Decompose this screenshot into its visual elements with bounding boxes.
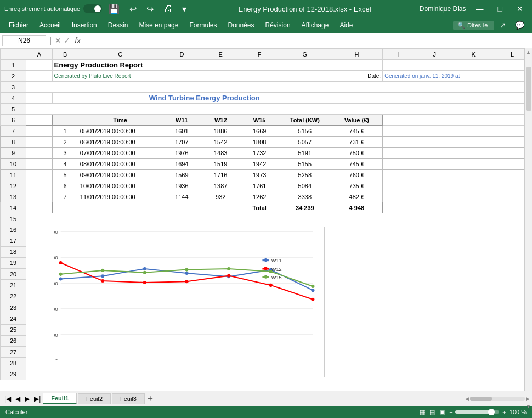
col-g[interactable]: G (279, 49, 331, 60)
cell-k7[interactable] (454, 126, 493, 137)
cell-c4[interactable]: Wind Turbine Energy Production (78, 93, 331, 104)
cell-d13[interactable]: 1144 (162, 191, 201, 202)
cell-g9[interactable]: 5191 (279, 148, 331, 159)
cell-a15[interactable] (26, 213, 524, 224)
cell-e9[interactable]: 1483 (201, 148, 240, 159)
cell-i14[interactable] (383, 202, 524, 213)
col-c[interactable]: C (78, 49, 162, 60)
cell-d6[interactable]: W11 (162, 115, 201, 126)
cell-b14[interactable] (52, 202, 78, 213)
cell-l7[interactable] (493, 126, 525, 137)
cell-f11[interactable]: 1973 (240, 170, 279, 180)
cell-b13[interactable]: 7 (52, 191, 78, 202)
cell-d9[interactable]: 1976 (162, 148, 201, 159)
cell-f10[interactable]: 1942 (240, 159, 279, 170)
sheet-tab-feuil1[interactable]: Feuil1 (43, 393, 77, 404)
cell-a5[interactable] (26, 104, 524, 115)
cell-f2[interactable] (240, 71, 279, 82)
cell-f13[interactable]: 1262 (240, 191, 279, 202)
cell-g14[interactable]: 34 239 (279, 202, 331, 213)
vertical-scrollbar[interactable]: ▲ ▼ (524, 48, 532, 391)
cell-g13[interactable]: 3338 (279, 191, 331, 202)
cell-g8[interactable]: 5057 (279, 137, 331, 148)
menu-aide[interactable]: Aide (335, 20, 357, 31)
chart-cell[interactable]: 2500 2000 1500 1000 500 0 (26, 224, 524, 380)
cell-i2[interactable]: Generated on janv. 11, 2019 at (383, 71, 524, 82)
cell-d12[interactable]: 1936 (162, 180, 201, 191)
menu-affichage[interactable]: Affichage (297, 20, 333, 31)
cell-i11[interactable] (383, 170, 524, 180)
view-page-break-btn[interactable]: ▣ (439, 409, 445, 416)
cell-c7[interactable]: 05/01/2019 00:00:00 (78, 126, 162, 137)
cell-f12[interactable]: 1761 (240, 180, 279, 191)
cell-i7[interactable] (383, 126, 415, 137)
col-a[interactable]: A (26, 49, 52, 60)
cell-e11[interactable]: 1716 (201, 170, 240, 180)
zoom-in-btn[interactable]: ＋ (501, 408, 507, 416)
h-scroll-track[interactable] (470, 397, 525, 401)
sheet-scroll-area[interactable]: A B C D E F G H I J K L (0, 48, 524, 391)
sheet-tab-feuil2[interactable]: Feuil2 (78, 393, 111, 404)
zoom-out-btn[interactable]: − (449, 409, 452, 415)
view-normal-btn[interactable]: ▦ (420, 409, 425, 416)
zoom-slider[interactable] (455, 410, 499, 414)
cell-i13[interactable] (383, 191, 524, 202)
cell-c9[interactable]: 07/01/2019 00:00:00 (78, 148, 162, 159)
cell-g7[interactable]: 5156 (279, 126, 331, 137)
cell-d14[interactable] (162, 202, 201, 213)
cell-b4[interactable] (52, 93, 78, 104)
cell-e7[interactable]: 1886 (201, 126, 240, 137)
cell-j6[interactable] (415, 115, 454, 126)
cell-b2[interactable]: Generated by Pluto Live Report (52, 71, 240, 82)
cell-a4[interactable] (26, 93, 52, 104)
cell-g2[interactable] (279, 71, 331, 82)
insert-function-btn[interactable]: fx (75, 36, 81, 45)
sheet-nav-last[interactable]: ▶| (32, 394, 43, 404)
cell-c8[interactable]: 06/01/2019 00:00:00 (78, 137, 162, 148)
scroll-up-btn[interactable]: ▲ (525, 48, 532, 56)
cell-e13[interactable]: 932 (201, 191, 240, 202)
close-btn[interactable]: ✕ (512, 3, 528, 14)
accept-formula-btn[interactable]: ✓ (64, 36, 70, 45)
undo-btn[interactable]: ↩ (126, 2, 140, 16)
cell-a1[interactable] (26, 60, 52, 71)
cell-h4[interactable] (331, 93, 524, 104)
col-i[interactable]: I (383, 49, 415, 60)
cell-h13[interactable]: 482 € (331, 191, 383, 202)
menu-dessin[interactable]: Dessin (104, 20, 133, 31)
cell-h11[interactable]: 760 € (331, 170, 383, 180)
menu-formules[interactable]: Formules (185, 20, 221, 31)
col-j[interactable]: J (415, 49, 454, 60)
cell-i8[interactable] (383, 137, 524, 148)
menu-mise-en-page[interactable]: Mise en page (134, 20, 183, 31)
cell-h12[interactable]: 735 € (331, 180, 383, 191)
cell-c14[interactable] (78, 202, 162, 213)
cell-k1[interactable] (454, 60, 493, 71)
cell-h9[interactable]: 750 € (331, 148, 383, 159)
cell-l1[interactable] (493, 60, 525, 71)
cell-g11[interactable]: 5258 (279, 170, 331, 180)
scroll-right-btn[interactable]: ▶ (526, 396, 530, 402)
cell-a10[interactable] (26, 159, 52, 170)
col-d[interactable]: D (162, 49, 201, 60)
horizontal-scroll[interactable]: ◀ ▶ (465, 396, 530, 402)
cell-b6[interactable] (52, 115, 78, 126)
scroll-thumb-v[interactable] (526, 67, 531, 111)
cell-h10[interactable]: 745 € (331, 159, 383, 170)
sheet-nav-prev[interactable]: ◀ (13, 394, 22, 404)
cell-k6[interactable] (454, 115, 493, 126)
col-h[interactable]: H (331, 49, 383, 60)
cell-e10[interactable]: 1519 (201, 159, 240, 170)
cell-d7[interactable]: 1601 (162, 126, 201, 137)
cell-i12[interactable] (383, 180, 524, 191)
more-btn[interactable]: ▾ (179, 2, 190, 16)
menu-revision[interactable]: Révision (261, 20, 295, 31)
cell-f8[interactable]: 1808 (240, 137, 279, 148)
cell-b8[interactable]: 2 (52, 137, 78, 148)
cell-h14[interactable]: 4 948 (331, 202, 383, 213)
cell-a11[interactable] (26, 170, 52, 180)
cell-c13[interactable]: 11/01/2019 00:00:00 (78, 191, 162, 202)
search-box[interactable]: 🔍 Dites-le- (453, 21, 494, 30)
col-b[interactable]: B (52, 49, 78, 60)
cell-c12[interactable]: 10/01/2019 00:00:00 (78, 180, 162, 191)
